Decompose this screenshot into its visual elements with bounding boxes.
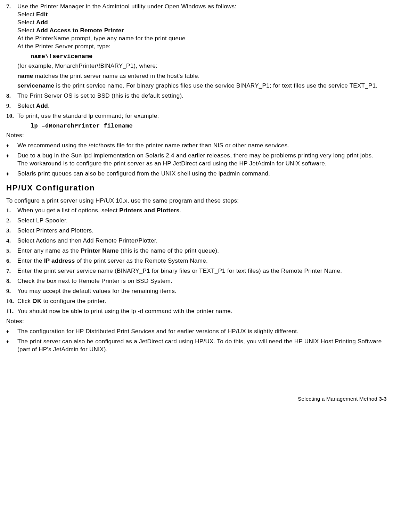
paragraph: name matches the print server name as en… xyxy=(17,72,387,80)
list-item-2: 2. Select LP Spooler. xyxy=(6,217,387,225)
list-number: 8. xyxy=(6,277,17,285)
list-item-10b: 10. Click OK to configure the printer. xyxy=(6,297,387,305)
notes-label: Notes: xyxy=(6,132,387,140)
text: (this is the name of the print queue). xyxy=(119,247,219,254)
list-body: Enter any name as the Printer Name (this… xyxy=(17,247,387,255)
text: . xyxy=(180,207,181,214)
text: You may accept the default values for th… xyxy=(17,287,387,295)
text: is the print service name. For binary gr… xyxy=(54,82,377,89)
text: to configure the printer. xyxy=(41,298,106,304)
text: Enter any name as the xyxy=(17,247,81,254)
text: We recommend using the /etc/hosts file f… xyxy=(17,142,387,150)
text: The workaround is to configure the print… xyxy=(17,160,327,167)
notes-label: Notes: xyxy=(6,318,387,326)
text: The print server can also be configured … xyxy=(17,338,387,354)
list-number: 8. xyxy=(6,92,17,100)
text: Select xyxy=(17,19,36,26)
text: Check the box next to Remote Printer is … xyxy=(17,277,387,285)
text: The configuration for HP Distributed Pri… xyxy=(17,328,387,336)
diamond-icon: ♦ xyxy=(6,338,17,354)
bullet-item: ♦ We recommend using the /etc/hosts file… xyxy=(6,142,387,150)
code-block: lp –dMonarchPrinter filename xyxy=(31,122,387,130)
text: Use the Printer Manager in the Admintool… xyxy=(17,3,236,10)
text: Select Printers and Plotters. xyxy=(17,227,387,235)
bold-text: Edit xyxy=(36,11,48,18)
diamond-icon: ♦ xyxy=(6,142,17,150)
text: Select Actions and then Add Remote Print… xyxy=(17,237,387,245)
text: Select LP Spooler. xyxy=(17,217,387,225)
section-heading-hpux: HP/UX Configuration xyxy=(6,183,387,194)
list-number: 1. xyxy=(6,207,17,215)
list-number: 7. xyxy=(6,3,17,51)
list-item-7: 7. Use the Printer Manager in the Admint… xyxy=(6,3,387,51)
list-number: 3. xyxy=(6,227,17,235)
text: The Print Server OS is set to BSD (this … xyxy=(17,92,387,100)
list-number: 10. xyxy=(6,112,17,120)
list-body: Click OK to configure the printer. xyxy=(17,297,387,305)
bullet-item: ♦ Solaris print queues can also be confi… xyxy=(6,170,387,178)
list-item-5: 5. Enter any name as the Printer Name (t… xyxy=(6,247,387,255)
bold-text: name xyxy=(17,73,33,79)
paragraph: (for example, MonarchPrinter\!BINARY_P1)… xyxy=(17,62,387,70)
diamond-icon: ♦ xyxy=(6,152,17,168)
text: Click xyxy=(17,298,32,304)
list-number: 5. xyxy=(6,247,17,255)
text: You should now be able to print using th… xyxy=(17,308,387,316)
text: At the PrinterName prompt, type any name… xyxy=(17,35,186,42)
list-item-8: 8. The Print Server OS is set to BSD (th… xyxy=(6,92,387,100)
list-number: 2. xyxy=(6,217,17,225)
list-item-4: 4. Select Actions and then Add Remote Pr… xyxy=(6,237,387,245)
text: Select xyxy=(17,103,36,109)
diamond-icon: ♦ xyxy=(6,170,17,178)
bold-text: Add Access to Remote Printer xyxy=(36,27,124,34)
bold-text: OK xyxy=(32,298,41,304)
text: Select xyxy=(17,11,36,18)
list-body: Use the Printer Manager in the Admintool… xyxy=(17,3,387,51)
page-number: 3-3 xyxy=(379,396,387,402)
bullet-item: ♦ The configuration for HP Distributed P… xyxy=(6,328,387,336)
text: At the Printer Server prompt, type: xyxy=(17,43,110,50)
list-body: Enter the IP address of the print server… xyxy=(17,257,387,265)
text: Enter the print server service name (BIN… xyxy=(17,267,387,275)
list-item-10: 10. To print, use the standard lp comman… xyxy=(6,112,387,120)
footer-text: Selecting a Management Method xyxy=(298,396,379,402)
bullet-item: ♦ The print server can also be configure… xyxy=(6,338,387,354)
list-number: 10. xyxy=(6,297,17,305)
list-item-1: 1. When you get a list of options, selec… xyxy=(6,207,387,215)
list-item-9: 9. Select Add. xyxy=(6,102,387,110)
text: Enter the xyxy=(17,257,44,264)
text: . xyxy=(48,103,50,109)
list-item-8b: 8. Check the box next to Remote Printer … xyxy=(6,277,387,285)
bold-text: IP address xyxy=(44,257,75,264)
list-number: 11. xyxy=(6,308,17,316)
bold-text: Printers and Plotters xyxy=(119,207,180,214)
list-item-3: 3. Select Printers and Plotters. xyxy=(6,227,387,235)
list-item-6: 6. Enter the IP address of the print ser… xyxy=(6,257,387,265)
page-footer: Selecting a Management Method 3-3 xyxy=(6,395,387,402)
paragraph: servicename is the print service name. F… xyxy=(17,82,387,90)
list-number: 6. xyxy=(6,257,17,265)
diamond-icon: ♦ xyxy=(6,328,17,336)
text: Due to a bug in the Sun lpd implementati… xyxy=(17,152,373,159)
bold-text: Add xyxy=(36,103,48,109)
list-body: Select Add. xyxy=(17,102,387,110)
code-block: name\!servicename xyxy=(31,53,387,61)
bullet-body: Due to a bug in the Sun lpd implementati… xyxy=(17,152,387,168)
list-item-9b: 9. You may accept the default values for… xyxy=(6,287,387,295)
bold-text: Printer Name xyxy=(81,247,118,254)
list-number: 7. xyxy=(6,267,17,275)
bullet-item: ♦ Due to a bug in the Sun lpd implementa… xyxy=(6,152,387,168)
text: Select xyxy=(17,27,36,34)
text: When you get a list of options, select xyxy=(17,207,119,214)
list-number: 9. xyxy=(6,102,17,110)
list-number: 9. xyxy=(6,287,17,295)
list-item-7b: 7. Enter the print server service name (… xyxy=(6,267,387,275)
bold-text: Add xyxy=(36,19,48,26)
list-body: When you get a list of options, select P… xyxy=(17,207,387,215)
text: of the print server as the Remote System… xyxy=(75,257,208,264)
text: matches the print server name as entered… xyxy=(33,73,200,79)
bold-text: servicename xyxy=(17,82,54,89)
list-number: 4. xyxy=(6,237,17,245)
text: To print, use the standard lp command; f… xyxy=(17,112,387,120)
list-item-11: 11. You should now be able to print usin… xyxy=(6,308,387,316)
